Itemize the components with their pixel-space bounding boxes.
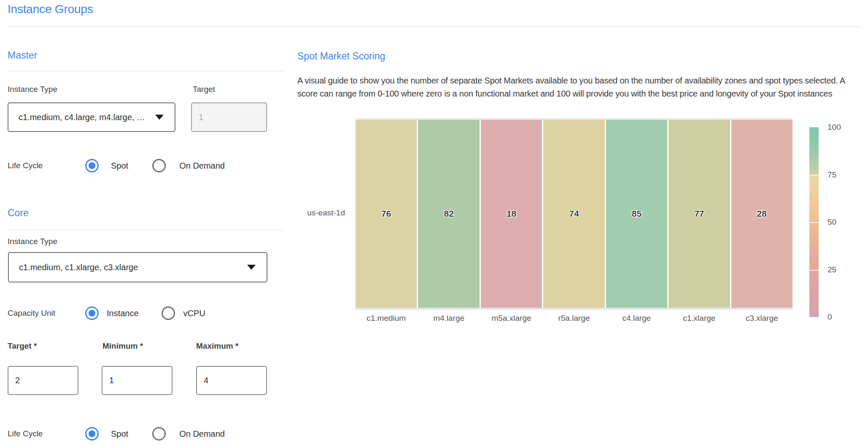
master-life-cycle-label: Life Cycle — [8, 161, 85, 170]
core-instance-radio[interactable] — [85, 306, 99, 320]
heatmap-cells: 76821874857728 — [356, 118, 793, 310]
heatmap-x-label: c3.xlarge — [731, 314, 793, 323]
heatmap-colorbar — [809, 127, 819, 317]
page-title: Instance Groups — [8, 3, 93, 16]
heatmap-x-label: c1.medium — [356, 314, 417, 323]
colorbar-tick-label: 25 — [828, 265, 836, 274]
core-instance-type-label: Instance Type — [8, 237, 57, 246]
colorbar-ticks: 1007550250 — [828, 127, 853, 317]
colorbar-segment-line — [809, 270, 819, 271]
colorbar-tick-label: 50 — [828, 218, 836, 227]
colorbar-tick-label: 75 — [828, 170, 836, 180]
master-on-demand-radio[interactable] — [152, 159, 166, 172]
master-on-demand-radio-label[interactable]: On Demand — [179, 161, 225, 171]
master-target-label: Target — [193, 85, 215, 94]
core-instance-type-value: c1.medium, c1.xlarge, c3.xlarge — [9, 263, 138, 272]
instance-groups-page: Instance Groups Master Instance Type Tar… — [0, 0, 868, 446]
master-target-input[interactable] — [191, 102, 267, 132]
core-maximum-label: Maximum * — [196, 341, 238, 351]
core-divider — [8, 230, 283, 230]
core-section-heading: Core — [8, 207, 29, 219]
core-instance-radio-label[interactable]: Instance — [107, 309, 139, 318]
core-on-demand-radio[interactable] — [152, 427, 166, 441]
colorbar-tick-label: 100 — [828, 123, 841, 132]
master-instance-type-dropdown[interactable]: c1.medium, c4.large, m4.large, … — [8, 102, 175, 132]
heatmap-x-label: c1.xlarge — [669, 314, 730, 323]
heatmap-cell-c3.xlarge[interactable]: 28 — [731, 120, 793, 308]
master-divider — [8, 71, 283, 71]
heatmap-x-label: m5a.xlarge — [481, 314, 542, 323]
heatmap-cell-m4.large[interactable]: 82 — [418, 120, 479, 308]
spot-market-scoring-heading: Spot Market Scoring — [297, 51, 385, 62]
master-spot-radio-label[interactable]: Spot — [111, 161, 128, 171]
heatmap-cell-value: 85 — [632, 209, 642, 219]
core-maximum-input[interactable] — [196, 366, 267, 395]
colorbar-segment-line — [809, 222, 819, 223]
colorbar-tick-label: 0 — [828, 312, 832, 322]
heatmap-x-label: c4.large — [606, 314, 667, 323]
heatmap-cell-value: 18 — [507, 209, 516, 219]
master-instance-type-value: c1.medium, c4.large, m4.large, … — [8, 113, 145, 122]
heatmap-cell-r5a.large[interactable]: 74 — [543, 120, 604, 308]
core-spot-radio-label[interactable]: Spot — [111, 429, 128, 439]
heatmap-x-label: m4.large — [418, 314, 479, 323]
heatmap-cell-value: 76 — [381, 209, 391, 219]
core-target-input[interactable] — [8, 366, 78, 395]
spot-market-scoring-description: A visual guide to show you the number of… — [297, 74, 861, 100]
heatmap-cell-value: 77 — [694, 209, 704, 219]
core-vcpu-radio-label[interactable]: vCPU — [183, 309, 205, 318]
core-instance-type-dropdown[interactable]: c1.medium, c1.xlarge, c3.xlarge — [8, 252, 267, 282]
heatmap-cell-value: 74 — [569, 209, 579, 219]
chevron-down-icon — [155, 115, 164, 120]
core-minimum-label: Minimum * — [102, 341, 143, 351]
core-minimum-input[interactable] — [102, 366, 173, 395]
heatmap-cell-m5a.xlarge[interactable]: 18 — [481, 120, 542, 308]
core-capacity-unit-label: Capacity Unit — [8, 309, 85, 318]
heatmap-cell-c1.xlarge[interactable]: 77 — [669, 120, 730, 308]
chevron-down-icon — [247, 265, 256, 270]
core-spot-radio[interactable] — [85, 427, 99, 441]
colorbar-segment-line — [809, 175, 819, 176]
core-target-label: Target * — [8, 341, 37, 351]
heatmap-x-labels: c1.mediumm4.largem5a.xlarger5a.largec4.l… — [356, 314, 793, 323]
heatmap-row-label: us-east-1d — [294, 208, 345, 218]
core-on-demand-radio-label[interactable]: On Demand — [179, 429, 225, 439]
core-vcpu-radio[interactable] — [162, 306, 175, 320]
heatmap-cell-value: 82 — [444, 209, 453, 219]
core-life-cycle-label: Life Cycle — [8, 429, 85, 438]
header-divider — [8, 27, 860, 27]
master-section-heading: Master — [8, 50, 37, 61]
heatmap-cell-c4.large[interactable]: 85 — [606, 120, 667, 308]
heatmap-cell-value: 28 — [757, 209, 767, 219]
master-instance-type-label: Instance Type — [8, 85, 57, 94]
master-spot-radio[interactable] — [85, 159, 99, 172]
heatmap-cell-c1.medium[interactable]: 76 — [356, 120, 417, 308]
heatmap-x-label: r5a.large — [543, 314, 604, 323]
